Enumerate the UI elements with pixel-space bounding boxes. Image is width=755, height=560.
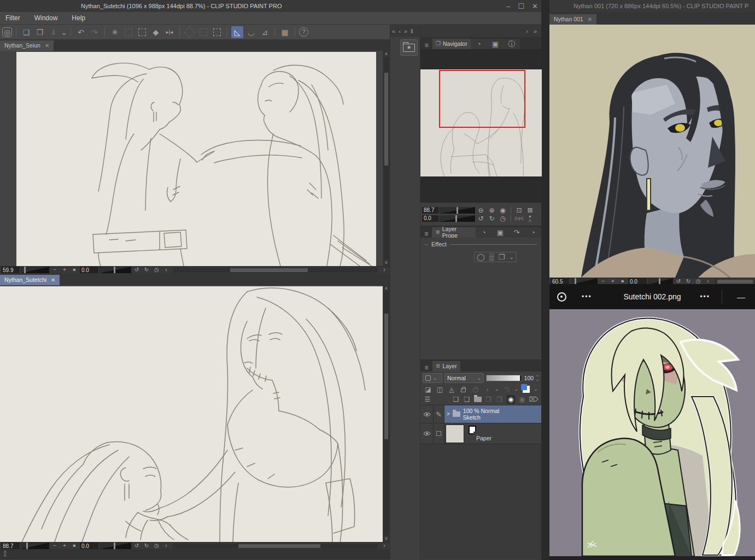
menu-filter[interactable]: Filter bbox=[5, 14, 20, 22]
snap-grid-icon[interactable]: ⊿ bbox=[259, 26, 271, 38]
layer-row-sketch[interactable]: ✎ > 100 % Normal Sketch bbox=[420, 405, 541, 423]
delete-layer-icon[interactable]: ⌦ bbox=[529, 396, 538, 403]
scroll-down-icon[interactable]: ∨ bbox=[385, 260, 388, 266]
opacity-spinner[interactable]: ⌃⌄ bbox=[536, 375, 539, 381]
collapse-right-icon[interactable]: » bbox=[534, 28, 537, 34]
reset-rotation-icon[interactable]: ◷ bbox=[694, 279, 703, 284]
tab-navigator[interactable]: ❐ Navigator bbox=[432, 39, 471, 49]
layer-thumbnail-dropdown[interactable]: ⌄ bbox=[423, 373, 442, 383]
secondary-hscrollbar[interactable] bbox=[715, 279, 753, 284]
reset-display-icon[interactable]: ▼△ bbox=[525, 215, 535, 222]
layer-row-paper[interactable]: Paper bbox=[420, 423, 541, 444]
layer-edit-target[interactable]: ✎ bbox=[434, 405, 444, 423]
rotation-value[interactable]: 0.0 bbox=[80, 267, 98, 273]
lock-layer-icon[interactable] bbox=[459, 386, 468, 392]
help-icon[interactable]: ? bbox=[299, 27, 308, 37]
rotate-right-icon[interactable]: ↻ bbox=[142, 543, 151, 549]
transform-icon[interactable] bbox=[136, 26, 148, 38]
tab-timeline[interactable]: ▣ bbox=[492, 227, 508, 238]
layer-color-swatch[interactable] bbox=[522, 386, 531, 393]
scroll-up-icon[interactable]: ∧ bbox=[385, 285, 388, 292]
collapse-left-icon[interactable]: « bbox=[392, 28, 395, 34]
maximize-icon[interactable]: ☐ bbox=[518, 3, 524, 10]
zoom-in-icon[interactable]: + bbox=[60, 543, 69, 549]
zoom-in-icon[interactable]: + bbox=[608, 279, 617, 284]
forward-icon[interactable]: › bbox=[526, 28, 528, 34]
tab-history[interactable]: ↷ bbox=[508, 227, 525, 238]
photo-viewer-titlebar[interactable]: ••• Sutetchi 002.png ••• — bbox=[549, 284, 755, 309]
navigator-preview[interactable] bbox=[420, 49, 541, 203]
reset-rotation-icon[interactable]: ◷ bbox=[152, 543, 161, 549]
clip-to-layer-below-icon[interactable]: ◪ bbox=[424, 386, 432, 393]
panel-menu-icon[interactable]: ≡ bbox=[420, 42, 432, 49]
polygon-select-icon[interactable]: ◆ bbox=[150, 26, 162, 38]
navigator-zoom-value[interactable]: 88.7 bbox=[422, 207, 438, 214]
deselect-icon[interactable]: ✳ bbox=[109, 26, 121, 38]
canvas-nythan-sutetchi[interactable]: ∧ ∨ bbox=[0, 285, 390, 542]
layer-color-effect-icon[interactable]: ❐ bbox=[499, 254, 505, 261]
drag-handle-icon[interactable]: ‖ bbox=[411, 28, 413, 34]
opacity-value[interactable]: 100 bbox=[524, 375, 534, 381]
scroll-left-icon[interactable]: ‹ bbox=[162, 543, 171, 549]
selection-border-icon[interactable] bbox=[211, 26, 223, 38]
scroll-down-icon[interactable]: ∨ bbox=[385, 535, 388, 542]
tab-layer-property[interactable]: ≣ Layer Prope bbox=[432, 227, 476, 238]
bottom-canvas-hscrollbar[interactable] bbox=[173, 544, 378, 549]
rotate-right-icon[interactable]: ↻ bbox=[684, 279, 693, 284]
transfer-down-icon[interactable]: ❒ bbox=[485, 396, 493, 403]
tab-nythan-sutetchi[interactable]: Nythan_Sutetchi ✕ bbox=[0, 275, 60, 285]
tab-subview[interactable]: ◔ bbox=[471, 39, 487, 49]
zoom-in-icon[interactable]: + bbox=[60, 267, 69, 273]
flip-canvas-icon[interactable]: ▸|◂ bbox=[163, 26, 175, 38]
reference-layer-icon[interactable]: ◫ bbox=[436, 386, 444, 393]
layer-list-empty-area[interactable] bbox=[420, 444, 541, 559]
more-options-right-icon[interactable]: ••• bbox=[700, 293, 710, 300]
new-folder-icon[interactable] bbox=[474, 397, 482, 402]
zoom-value[interactable]: 88.7 bbox=[1, 543, 20, 549]
tone-effect-icon[interactable]: ▒ bbox=[489, 254, 494, 261]
layer-edit-target[interactable] bbox=[434, 423, 444, 444]
tab-information[interactable]: ⓘ bbox=[504, 39, 520, 49]
canvas-nythan-seiun[interactable]: ∧ ∨ bbox=[0, 51, 390, 266]
canvas-paper[interactable] bbox=[0, 286, 383, 542]
top-canvas-hscrollbar[interactable] bbox=[173, 268, 378, 273]
reset-rotation-icon[interactable]: ◷ bbox=[152, 267, 161, 273]
canvas-nythan-001[interactable] bbox=[549, 25, 755, 278]
zoom-fit-icon[interactable]: ■ bbox=[618, 279, 627, 284]
redo-icon[interactable]: ↷ bbox=[89, 26, 101, 38]
undo-icon[interactable]: ↶ bbox=[75, 26, 87, 38]
border-effect-icon[interactable]: ◯ bbox=[477, 254, 485, 261]
expand-up-icon[interactable]: ∧∧ bbox=[3, 550, 7, 557]
ruler-range-icon[interactable]: ◹ bbox=[502, 386, 511, 393]
enable-mask-icon[interactable]: ◖ bbox=[483, 386, 491, 393]
panel-menu-icon[interactable]: ≡ bbox=[420, 364, 432, 372]
scroll-up-icon[interactable]: ∧ bbox=[385, 51, 388, 57]
open-file-icon[interactable]: ❐ bbox=[34, 26, 46, 38]
secondary-titlebar[interactable]: Nythan 001 (720 x 886px 144dpi 60.5%) - … bbox=[549, 0, 755, 12]
scroll-left-icon[interactable]: ‹ bbox=[162, 267, 171, 273]
chevron-down-icon[interactable]: ⌄ bbox=[495, 387, 499, 392]
selection-launcher-icon[interactable] bbox=[184, 26, 196, 38]
zoom-out-icon[interactable]: ⊖ bbox=[476, 207, 486, 214]
chevron-down-icon[interactable]: ⌄ bbox=[514, 387, 519, 392]
material-palette-button[interactable]: ★ bbox=[400, 39, 418, 56]
create-mask-icon[interactable]: ◉ bbox=[507, 395, 516, 404]
zoom-value[interactable]: 59.9 bbox=[1, 267, 20, 273]
tab-close-icon[interactable]: ✕ bbox=[45, 43, 49, 49]
minimize-icon[interactable]: – bbox=[506, 3, 510, 10]
rotate-left-icon[interactable]: ↺ bbox=[132, 267, 141, 273]
merge-down-icon[interactable]: ❒ bbox=[496, 396, 504, 403]
apply-mask-icon[interactable]: ▣ bbox=[518, 396, 526, 403]
zoom-out-icon[interactable]: − bbox=[50, 267, 59, 273]
new-vector-layer-icon[interactable]: ❑ bbox=[463, 396, 471, 403]
zoom-out-icon[interactable]: − bbox=[599, 279, 607, 284]
draft-layer-icon[interactable]: ◬ bbox=[447, 386, 456, 393]
new-file-icon[interactable]: ❏ bbox=[20, 26, 32, 38]
zoom-fit-icon[interactable]: ■ bbox=[70, 268, 79, 272]
navigator-view-rectangle[interactable] bbox=[439, 70, 525, 128]
blend-mode-dropdown[interactable]: Normal ⌄ bbox=[444, 373, 484, 383]
new-raster-layer-icon[interactable]: ❏ bbox=[452, 396, 460, 403]
reselect-icon[interactable] bbox=[122, 26, 134, 38]
collapse-right-icon[interactable]: » bbox=[404, 28, 407, 34]
save-dropdown-icon[interactable]: ⌄ bbox=[61, 26, 67, 38]
